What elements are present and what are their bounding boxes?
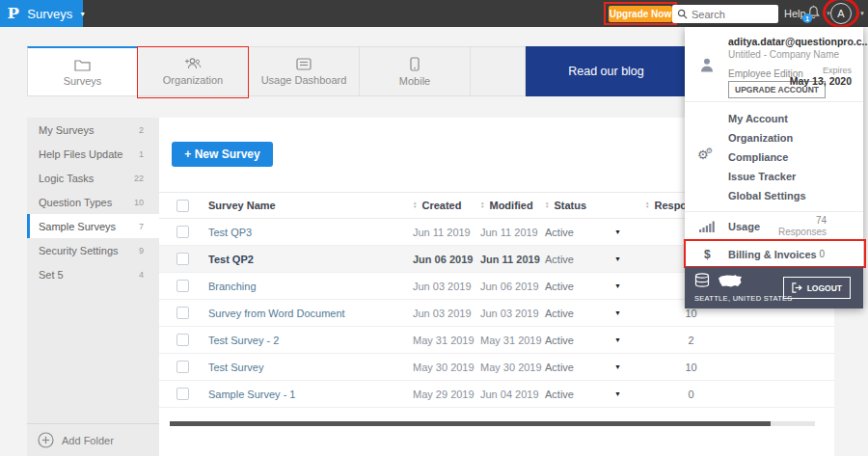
row-checkbox[interactable] — [176, 361, 189, 373]
menu-item-global-settings[interactable]: Global Settings — [685, 186, 863, 205]
survey-name-link[interactable]: Survey from Word Document — [208, 308, 345, 319]
select-all-checkbox[interactable] — [176, 200, 189, 212]
survey-name-link[interactable]: Sample Survey - 1 — [208, 389, 295, 400]
add-folder-button[interactable]: Add Folder — [27, 423, 159, 456]
sort-icon[interactable]: ▲▼ — [645, 201, 649, 209]
sidebar-item-set-5[interactable]: Set 5 4 — [27, 262, 159, 286]
menu-item-billing-invoices[interactable]: $ Billing & Invoices 0 — [685, 241, 863, 267]
bar-chart-icon — [699, 221, 715, 232]
search-icon — [677, 9, 688, 19]
status-dropdown-caret[interactable]: ▼ — [614, 282, 645, 289]
row-checkbox[interactable] — [176, 280, 189, 292]
sidebar-item-logic-tasks[interactable]: Logic Tasks 22 — [27, 166, 159, 190]
sidebar-item-question-types[interactable]: Question Types 10 — [27, 190, 159, 214]
account-email: aditya.datar@questionpro.c... — [728, 36, 868, 47]
chevron-down-icon: ▼ — [79, 11, 86, 17]
tab-usage-dashboard[interactable]: Usage Dashboard — [249, 46, 360, 96]
sort-icon[interactable]: ▲▼ — [545, 201, 549, 209]
modified-date: May 31 2019 — [480, 335, 542, 346]
search-box[interactable] — [672, 5, 778, 23]
sidebar-item-my-surveys[interactable]: My Surveys 2 — [27, 118, 159, 142]
sort-icon[interactable]: ▲▼ — [413, 201, 417, 209]
search-input[interactable] — [692, 9, 769, 20]
notification-badge: 1 — [802, 13, 812, 23]
account-company: Untitled - Company Name — [728, 49, 839, 60]
modified-date: Jun 11 2019 — [480, 254, 540, 265]
status-dropdown-caret[interactable]: ▼ — [614, 390, 645, 397]
status-dropdown-caret[interactable]: ▼ — [614, 363, 645, 370]
sort-icon[interactable]: ▲▼ — [480, 201, 484, 209]
column-header-survey-name[interactable]: Survey Name — [194, 200, 413, 211]
tab-label: Organization — [163, 74, 223, 86]
status-value: Active — [545, 335, 574, 346]
read-our-blog-button[interactable]: Read our blog — [526, 46, 687, 96]
sidebar-item-count: 7 — [139, 222, 144, 231]
row-checkbox[interactable] — [176, 388, 189, 400]
logout-label: LOGOUT — [807, 283, 842, 293]
responses-count: 10 — [645, 362, 737, 373]
tab-mobile[interactable]: Mobile — [360, 46, 471, 96]
status-dropdown-caret[interactable]: ▼ — [614, 255, 645, 262]
logout-button[interactable]: LOGOUT — [783, 277, 851, 299]
sidebar-item-label: Help Files Update — [39, 148, 122, 160]
usage-value: 74 — [778, 215, 827, 227]
module-tabs: Surveys Organization Usage Dashboard Mob… — [27, 46, 526, 96]
row-checkbox[interactable] — [176, 226, 189, 238]
usage-unit: Responses — [778, 227, 827, 238]
menu-item-issue-tracker[interactable]: Issue Tracker — [685, 167, 863, 186]
created-date: Jun 11 2019 — [413, 227, 471, 238]
column-header-status[interactable]: Status — [554, 200, 586, 211]
avatar-chevron-down-icon[interactable]: ▼ — [859, 11, 865, 16]
modified-date: Jun 03 2019 — [480, 308, 539, 319]
column-header-created[interactable]: Created — [421, 200, 461, 211]
folder-icon — [74, 58, 91, 71]
sidebar-item-label: Security Settings — [39, 245, 119, 256]
row-checkbox[interactable] — [176, 307, 189, 319]
row-checkbox[interactable] — [176, 334, 189, 346]
created-date: Jun 06 2019 — [413, 254, 473, 265]
sidebar-item-security-settings[interactable]: Security Settings 9 — [27, 238, 159, 262]
survey-name-link[interactable]: Test QP2 — [208, 254, 254, 265]
survey-name-link[interactable]: Test Survey - 2 — [208, 335, 279, 346]
column-header-modified[interactable]: Modified — [489, 200, 532, 211]
status-dropdown-caret[interactable]: ▼ — [614, 228, 645, 235]
avatar[interactable]: A — [830, 3, 852, 24]
menu-item-usage[interactable]: Usage 74 Responses — [685, 212, 863, 241]
table-row: Test Survey May 30 2019 May 30 2019 Acti… — [159, 354, 834, 381]
survey-name-link[interactable]: Test QP3 — [208, 227, 252, 238]
app-switcher[interactable]: P Surveys ▼ — [0, 0, 83, 27]
tab-label: Mobile — [399, 75, 430, 87]
menu-item-my-account[interactable]: My Account — [685, 109, 863, 128]
sidebar-item-count: 2 — [139, 125, 144, 135]
sidebar-item-label: Logic Tasks — [39, 173, 94, 184]
account-dropdown: aditya.datar@questionpro.c... Untitled -… — [685, 27, 863, 308]
tab-organization[interactable]: Organization — [138, 46, 249, 96]
row-checkbox[interactable] — [176, 253, 189, 265]
expires-label: Expires — [823, 66, 852, 75]
menu-item-organization[interactable]: Organization — [685, 128, 863, 148]
sidebar-item-label: My Surveys — [39, 124, 94, 136]
survey-name-link[interactable]: Branching — [208, 281, 257, 292]
mobile-icon — [410, 57, 420, 71]
scrollbar-thumb[interactable] — [170, 421, 771, 426]
notifications-button[interactable]: 1 — [806, 5, 822, 22]
table-row: Test Survey - 2 May 31 2019 May 31 2019 … — [159, 327, 834, 354]
top-bar: P Surveys ▼ Upgrade Now Help 1 ▼ A ▼ — [0, 0, 868, 27]
sidebar-item-count: 9 — [139, 246, 144, 255]
status-dropdown-caret[interactable]: ▼ — [614, 309, 645, 316]
created-date: May 31 2019 — [413, 335, 475, 346]
usage-label: Usage — [728, 221, 760, 232]
person-icon — [700, 58, 714, 72]
sidebar-item-help-files-update[interactable]: Help Files Update 1 — [27, 142, 159, 166]
upgrade-now-button[interactable]: Upgrade Now — [609, 6, 672, 22]
survey-name-link[interactable]: Test Survey — [208, 362, 263, 373]
horizontal-scrollbar[interactable] — [170, 421, 815, 426]
status-dropdown-caret[interactable]: ▼ — [614, 336, 645, 343]
created-date: Jun 03 2019 — [413, 308, 472, 319]
sidebar-item-sample-surveys[interactable]: Sample Surveys 7 — [27, 214, 159, 238]
sidebar-item-count: 22 — [134, 174, 144, 183]
new-survey-button[interactable]: + New Survey — [172, 142, 273, 167]
sidebar-item-label: Sample Surveys — [39, 221, 116, 232]
tab-surveys[interactable]: Surveys — [27, 46, 138, 96]
status-value: Active — [545, 254, 574, 265]
